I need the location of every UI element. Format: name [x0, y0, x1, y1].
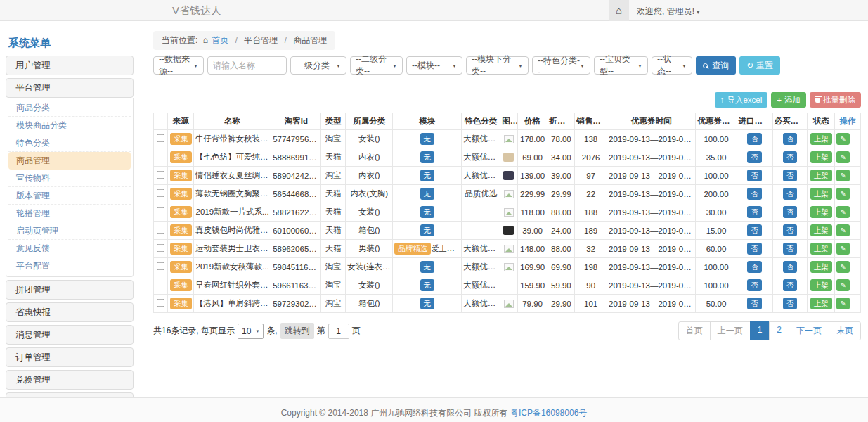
must-buy-toggle[interactable]: 否 — [783, 224, 798, 236]
row-checkbox[interactable] — [157, 226, 165, 234]
sidebar-panel-兑换管理[interactable]: 兑换管理 — [6, 370, 134, 390]
status-badge[interactable]: 上架 — [810, 188, 832, 200]
edit-button[interactable]: ✎ — [836, 151, 850, 163]
import-pick-toggle[interactable]: 否 — [747, 151, 762, 163]
row-checkbox[interactable] — [157, 207, 165, 216]
import-pick-toggle[interactable]: 否 — [747, 170, 762, 181]
row-checkbox[interactable] — [157, 153, 165, 161]
status-badge[interactable]: 上架 — [810, 279, 832, 291]
row-checkbox[interactable] — [157, 171, 165, 179]
sidebar-panel-省惠快报[interactable]: 省惠快报 — [6, 302, 134, 322]
edit-button[interactable]: ✎ — [836, 224, 850, 236]
module-badge[interactable]: 无 — [420, 206, 435, 218]
row-checkbox[interactable] — [157, 134, 165, 143]
sidebar-panel-用户管理[interactable]: 用户管理 — [6, 56, 134, 75]
sidebar-item-轮播管理[interactable]: 轮播管理 — [8, 205, 131, 222]
sidebar-item-模块商品分类[interactable]: 模块商品分类 — [8, 117, 131, 134]
row-checkbox[interactable] — [157, 262, 165, 271]
row-checkbox[interactable] — [157, 244, 165, 252]
status-badge[interactable]: 上架 — [810, 206, 832, 218]
must-buy-toggle[interactable]: 否 — [783, 170, 798, 181]
sidebar-item-版本管理[interactable]: 版本管理 — [8, 187, 131, 205]
must-buy-toggle[interactable]: 否 — [783, 279, 798, 291]
must-buy-toggle[interactable]: 否 — [783, 243, 798, 255]
sidebar-item-平台配置[interactable]: 平台配置 — [8, 257, 131, 275]
filter-select[interactable]: --特色分类--▼ — [532, 56, 590, 75]
sidebar-item-意见反馈[interactable]: 意见反馈 — [8, 240, 131, 257]
page-button-2[interactable]: 2 — [769, 321, 789, 340]
edit-button[interactable]: ✎ — [836, 243, 850, 255]
must-buy-toggle[interactable]: 否 — [783, 188, 798, 200]
edit-button[interactable]: ✎ — [836, 261, 850, 273]
page-button-首页[interactable]: 首页 — [678, 321, 711, 340]
import-pick-toggle[interactable]: 否 — [747, 224, 762, 236]
sidebar-panel-消息管理[interactable]: 消息管理 — [6, 325, 134, 345]
must-buy-toggle[interactable]: 否 — [783, 151, 798, 163]
batch-delete-button[interactable]: 批量删除 — [810, 92, 861, 108]
import-pick-toggle[interactable]: 否 — [747, 206, 762, 218]
must-buy-toggle[interactable]: 否 — [783, 261, 798, 273]
reset-button[interactable]: ↻重置 — [739, 56, 780, 75]
import-excel-button[interactable]: ↑导入excel — [715, 92, 768, 108]
filter-select[interactable]: --模块--▼ — [406, 56, 462, 75]
module-badge[interactable]: 无 — [420, 170, 435, 181]
module-badge[interactable]: 无 — [420, 261, 435, 273]
row-checkbox[interactable] — [157, 281, 165, 289]
page-button-下一页[interactable]: 下一页 — [789, 321, 829, 340]
sidebar-item-宣传物料[interactable]: 宣传物料 — [8, 170, 131, 187]
page-button-末页[interactable]: 末页 — [829, 321, 861, 340]
module-badge[interactable]: 无 — [420, 224, 435, 236]
home-button[interactable]: ⌂ — [609, 0, 629, 21]
must-buy-toggle[interactable]: 否 — [783, 298, 798, 309]
import-pick-toggle[interactable]: 否 — [747, 279, 762, 291]
name-search-input[interactable] — [207, 56, 287, 75]
status-badge[interactable]: 上架 — [810, 151, 832, 163]
import-pick-toggle[interactable]: 否 — [747, 243, 762, 255]
module-badge[interactable]: 无 — [420, 151, 435, 163]
module-badge[interactable]: 无 — [420, 279, 435, 291]
edit-button[interactable]: ✎ — [836, 170, 850, 181]
status-badge[interactable]: 上架 — [810, 170, 832, 181]
icp-link[interactable]: 粤ICP备16098006号 — [510, 408, 587, 418]
add-button[interactable]: +添加 — [771, 92, 806, 108]
filter-select[interactable]: --状态--▼ — [652, 56, 692, 75]
page-button-上一页[interactable]: 上一页 — [710, 321, 751, 340]
sidebar-panel-拼团管理[interactable]: 拼团管理 — [6, 280, 134, 300]
sidebar-panel-订单管理[interactable]: 订单管理 — [6, 347, 134, 367]
edit-button[interactable]: ✎ — [836, 188, 850, 200]
filter-select[interactable]: --二级分类--▼ — [350, 56, 403, 75]
status-badge[interactable]: 上架 — [810, 224, 832, 236]
must-buy-toggle[interactable]: 否 — [783, 206, 798, 218]
sidebar-item-特色分类[interactable]: 特色分类 — [8, 134, 131, 152]
module-badge[interactable]: 品牌精选 — [394, 243, 431, 255]
filter-select[interactable]: --模块下分类--▼ — [466, 56, 529, 75]
module-badge[interactable]: 无 — [420, 188, 435, 200]
must-buy-toggle[interactable]: 否 — [783, 133, 798, 145]
sidebar-panel-平台管理[interactable]: 平台管理 — [6, 78, 134, 98]
status-badge[interactable]: 上架 — [810, 298, 832, 309]
filter-select[interactable]: --数据来源--▼ — [153, 56, 204, 75]
module-badge[interactable]: 无 — [420, 298, 435, 309]
select-all-checkbox[interactable] — [157, 117, 165, 125]
import-pick-toggle[interactable]: 否 — [747, 261, 762, 273]
filter-select[interactable]: --宝贝类型--▼ — [594, 56, 648, 75]
status-badge[interactable]: 上架 — [810, 243, 832, 255]
row-checkbox[interactable] — [157, 299, 165, 307]
sidebar-item-商品管理[interactable]: 商品管理 — [8, 152, 131, 170]
row-checkbox[interactable] — [157, 189, 165, 198]
breadcrumb-home-link[interactable]: 首页 — [212, 35, 228, 45]
user-menu[interactable]: 欢迎您, 管理员!▾ — [637, 6, 700, 18]
module-badge[interactable]: 无 — [420, 133, 435, 145]
status-badge[interactable]: 上架 — [810, 133, 832, 145]
sidebar-item-商品分类[interactable]: 商品分类 — [8, 99, 131, 117]
page-number-input[interactable] — [328, 324, 349, 339]
search-button[interactable]: 查询 — [696, 56, 736, 75]
import-pick-toggle[interactable]: 否 — [747, 133, 762, 145]
edit-button[interactable]: ✎ — [836, 279, 850, 291]
import-pick-toggle[interactable]: 否 — [747, 188, 762, 200]
sidebar-item-启动页管理[interactable]: 启动页管理 — [8, 222, 131, 240]
import-pick-toggle[interactable]: 否 — [747, 298, 762, 309]
edit-button[interactable]: ✎ — [836, 133, 850, 145]
page-button-1[interactable]: 1 — [750, 321, 770, 340]
edit-button[interactable]: ✎ — [836, 206, 850, 218]
